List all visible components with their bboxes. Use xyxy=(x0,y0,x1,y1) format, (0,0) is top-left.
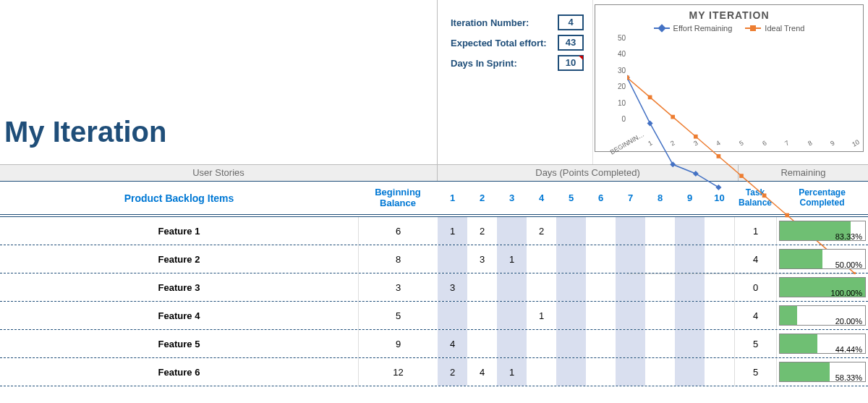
x-tick: 4 xyxy=(715,139,722,147)
col-header-pbi[interactable]: Product Backlog Items xyxy=(0,192,358,204)
cell-feature-name[interactable]: Feature 6 xyxy=(0,367,358,378)
cell-day[interactable] xyxy=(497,330,527,357)
cell-day[interactable] xyxy=(467,273,497,301)
cell-day[interactable]: 3 xyxy=(438,273,467,301)
cell-day[interactable] xyxy=(497,273,527,301)
cell-day[interactable]: 2 xyxy=(467,217,497,245)
cell-percentage[interactable]: 100.00% xyxy=(776,273,868,301)
stat-value-iteration[interactable]: 4 xyxy=(558,14,584,30)
legend-ideal-trend: Ideal Trend xyxy=(745,24,804,33)
cell-day[interactable] xyxy=(675,358,705,386)
cell-feature-name[interactable]: Feature 4 xyxy=(0,310,358,321)
cell-day[interactable] xyxy=(497,302,527,329)
chart-plot-area xyxy=(627,46,856,127)
cell-day[interactable] xyxy=(586,217,616,245)
stat-value-days[interactable]: 10 xyxy=(558,55,584,71)
cell-day[interactable] xyxy=(556,330,586,357)
cell-day[interactable] xyxy=(556,245,586,273)
cell-day[interactable] xyxy=(586,330,616,357)
cell-day[interactable] xyxy=(467,330,497,357)
cell-day[interactable] xyxy=(556,273,586,301)
svg-rect-7 xyxy=(648,96,652,100)
cell-day[interactable] xyxy=(645,302,675,329)
cell-day[interactable]: 4 xyxy=(467,358,497,386)
cell-task-balance[interactable]: 5 xyxy=(734,358,776,386)
col-header-day-2[interactable]: 2 xyxy=(467,192,497,203)
cell-day[interactable]: 2 xyxy=(527,217,556,245)
cell-day[interactable] xyxy=(586,245,616,273)
cell-feature-name[interactable]: Feature 3 xyxy=(0,282,358,293)
cell-task-balance[interactable]: 4 xyxy=(734,302,776,329)
cell-day[interactable] xyxy=(645,330,675,357)
col-header-day-1[interactable]: 1 xyxy=(438,192,467,203)
cell-day[interactable] xyxy=(675,302,705,329)
cell-feature-name[interactable]: Feature 1 xyxy=(0,226,358,237)
cell-day[interactable] xyxy=(527,245,556,273)
cell-day[interactable] xyxy=(527,330,556,357)
col-header-day-4[interactable]: 4 xyxy=(527,192,556,203)
svg-rect-2 xyxy=(647,120,653,126)
svg-rect-4 xyxy=(693,171,699,177)
stat-label-iteration: Iteration Number: xyxy=(451,17,529,28)
chart-x-axis: BEGINNIN…12345678910 xyxy=(627,128,856,147)
cell-percentage[interactable]: 83.33% xyxy=(776,217,868,245)
cell-day[interactable] xyxy=(438,302,467,329)
legend-swatch-orange xyxy=(745,25,761,32)
cell-day[interactable] xyxy=(645,273,675,301)
cell-feature-name[interactable]: Feature 2 xyxy=(0,254,358,265)
cell-day[interactable] xyxy=(675,273,705,301)
col-header-day-5[interactable]: 5 xyxy=(556,192,586,203)
cell-day[interactable] xyxy=(497,217,527,245)
cell-beginning-balance[interactable]: 3 xyxy=(358,273,438,301)
cell-day[interactable] xyxy=(705,330,734,357)
stats-pane: Iteration Number: 4 Expected Total effor… xyxy=(438,0,593,164)
cell-beginning-balance[interactable]: 8 xyxy=(358,245,438,273)
cell-percentage[interactable]: 58.33% xyxy=(776,358,868,386)
cell-day[interactable]: 1 xyxy=(497,358,527,386)
cell-day[interactable]: 1 xyxy=(438,217,467,245)
cell-day[interactable] xyxy=(705,358,734,386)
cell-day[interactable] xyxy=(586,358,616,386)
cell-day[interactable] xyxy=(586,273,616,301)
cell-day[interactable] xyxy=(675,330,705,357)
cell-day[interactable] xyxy=(527,358,556,386)
col-header-beginning-balance[interactable]: Beginning Balance xyxy=(358,187,438,208)
cell-day[interactable] xyxy=(586,302,616,329)
cell-day[interactable] xyxy=(527,273,556,301)
cell-day[interactable]: 1 xyxy=(527,302,556,329)
cell-day[interactable] xyxy=(705,302,734,329)
cell-day[interactable]: 4 xyxy=(438,330,467,357)
cell-day[interactable] xyxy=(616,358,645,386)
cell-day[interactable] xyxy=(556,217,586,245)
cell-day[interactable] xyxy=(467,302,497,329)
cell-day[interactable] xyxy=(556,302,586,329)
cell-day[interactable]: 2 xyxy=(438,358,467,386)
svg-rect-8 xyxy=(671,115,675,119)
cell-beginning-balance[interactable]: 12 xyxy=(358,358,438,386)
cell-feature-name[interactable]: Feature 5 xyxy=(0,339,358,349)
cell-task-balance[interactable]: 0 xyxy=(734,273,776,301)
cell-day[interactable]: 3 xyxy=(467,245,497,273)
x-tick: 7 xyxy=(784,139,791,147)
cell-percentage[interactable]: 50.00% xyxy=(776,245,868,273)
y-tick: 10 xyxy=(608,98,626,106)
cell-day[interactable] xyxy=(556,358,586,386)
cell-beginning-balance[interactable]: 6 xyxy=(358,217,438,245)
cell-task-balance[interactable]: 5 xyxy=(734,330,776,357)
cell-day[interactable] xyxy=(645,358,675,386)
cell-percentage[interactable]: 44.44% xyxy=(776,330,868,357)
cell-day[interactable] xyxy=(616,330,645,357)
cell-day[interactable] xyxy=(705,273,734,301)
cell-day[interactable]: 1 xyxy=(497,245,527,273)
cell-day[interactable] xyxy=(438,245,467,273)
col-header-day-6[interactable]: 6 xyxy=(586,192,616,203)
cell-day[interactable] xyxy=(616,302,645,329)
cell-beginning-balance[interactable]: 9 xyxy=(358,330,438,357)
cell-day[interactable] xyxy=(616,273,645,301)
burndown-chart[interactable]: MY ITERATION Effort Remaining Ideal Tren… xyxy=(595,4,864,152)
stat-value-effort[interactable]: 43 xyxy=(558,35,584,51)
cell-beginning-balance[interactable]: 5 xyxy=(358,302,438,329)
cell-percentage[interactable]: 20.00% xyxy=(776,302,868,329)
col-header-day-3[interactable]: 3 xyxy=(497,192,527,203)
x-tick: 6 xyxy=(761,139,767,147)
